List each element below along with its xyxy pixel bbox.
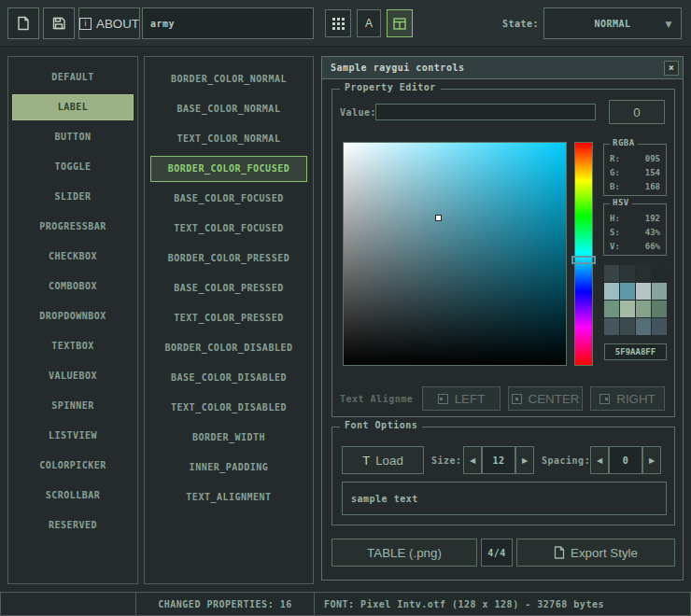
align-left-button[interactable]: LEFT	[422, 386, 501, 411]
close-button[interactable]: ×	[664, 61, 679, 76]
save-style-button[interactable]	[43, 7, 75, 39]
color-picker-marker[interactable]	[435, 215, 442, 221]
palette-swatch[interactable]	[620, 318, 635, 335]
rgba-group-label: RGBA	[610, 138, 638, 147]
property-item[interactable]: TEXT_COLOR_PRESSED	[150, 305, 307, 331]
hue-bar[interactable]	[574, 142, 593, 366]
new-style-button[interactable]	[7, 7, 39, 39]
export-table-button[interactable]: TABLE (.png)	[331, 539, 477, 567]
about-button[interactable]: i ABOUT	[78, 7, 140, 39]
property-item-selected[interactable]: BORDER_COLOR_FOCUSED	[150, 156, 307, 182]
status-changed-properties: CHANGED PROPERTIES: 16	[135, 592, 315, 616]
palette-swatch[interactable]	[652, 283, 667, 300]
palette-swatch[interactable]	[636, 301, 651, 317]
palette-swatch[interactable]	[620, 265, 635, 282]
file-icon	[16, 16, 31, 31]
font-size-decrease-button[interactable]: ◀	[463, 446, 482, 474]
palette-swatch[interactable]	[636, 318, 651, 335]
style-name-input[interactable]: army	[142, 7, 314, 39]
font-a-icon: A	[365, 17, 373, 30]
control-item-spinner[interactable]: SPINNER	[12, 393, 134, 419]
g-value: 154	[645, 166, 660, 180]
property-item[interactable]: BASE_COLOR_PRESSED	[150, 275, 307, 301]
property-item[interactable]: TEXT_COLOR_NORMAL	[150, 126, 307, 152]
close-icon: ×	[669, 63, 675, 73]
color-saturation-value-panel[interactable]	[343, 142, 567, 366]
export-pages-value[interactable]: 4/4	[481, 539, 513, 567]
property-item[interactable]: BASE_COLOR_FOCUSED	[150, 186, 307, 212]
hsv-group-label: HSV	[610, 198, 632, 207]
chevron-down-icon: ▼	[666, 20, 672, 29]
control-item-default[interactable]: DEFAULT	[12, 64, 134, 91]
font-spacing-value-text: 0	[623, 455, 629, 466]
control-item-scrollbar[interactable]: SCROLLBAR	[12, 483, 134, 509]
property-item[interactable]: INNER_PADDING	[150, 455, 307, 481]
arrow-left-icon: ◀	[597, 456, 602, 465]
align-right-button[interactable]: RIGHT	[590, 386, 665, 411]
export-style-button[interactable]: Export Style	[516, 539, 675, 567]
control-item-dropdownbox[interactable]: DROPDOWNBOX	[12, 303, 134, 329]
align-center-button[interactable]: CENTER	[508, 386, 583, 411]
control-item-reserved[interactable]: RESERVED	[12, 512, 134, 539]
palette-swatch[interactable]	[636, 265, 651, 282]
value-box-button[interactable]: 0	[609, 100, 665, 124]
grid-view-button[interactable]	[325, 9, 351, 37]
hex-color-input[interactable]: 5F9AA8FF	[604, 343, 667, 360]
control-item-button[interactable]: BUTTON	[12, 124, 134, 150]
changed-properties-text: CHANGED PROPERTIES: 16	[158, 599, 291, 609]
hue-cursor[interactable]	[571, 256, 596, 264]
font-spacing-decrease-button[interactable]: ◀	[590, 446, 609, 474]
property-item[interactable]: BASE_COLOR_DISABLED	[150, 365, 307, 391]
control-item-label[interactable]: LABEL	[12, 94, 134, 120]
sample-text-input[interactable]: sample text	[342, 482, 667, 515]
palette-swatch[interactable]	[620, 283, 635, 300]
property-item[interactable]: BORDER_WIDTH	[150, 425, 307, 451]
hex-color-value: 5F9AA8FF	[615, 347, 656, 357]
font-spacing-increase-button[interactable]: ▶	[642, 446, 661, 474]
align-center-label: CENTER	[529, 392, 580, 406]
value-input[interactable]	[375, 104, 596, 120]
style-table-view-button[interactable]	[387, 9, 413, 37]
property-item[interactable]: TEXT_COLOR_DISABLED	[150, 395, 307, 421]
control-item-toggle[interactable]: TOGGLE	[12, 154, 134, 180]
control-item-textbox[interactable]: TEXTBOX	[12, 333, 134, 359]
control-item-combobox[interactable]: COMBOBOX	[12, 273, 134, 300]
property-item[interactable]: TEXT_ALIGNMENT	[150, 484, 307, 511]
save-icon	[51, 16, 66, 31]
b-value: 168	[645, 180, 660, 194]
control-item-progressbar[interactable]: PROGRESSBAR	[12, 214, 134, 240]
palette-swatch[interactable]	[652, 265, 667, 282]
window-titlebar[interactable]: Sample raygui controls	[322, 57, 683, 79]
palette-swatch[interactable]	[604, 318, 619, 335]
property-item[interactable]: BORDER_COLOR_DISABLED	[150, 335, 307, 361]
font-size-increase-button[interactable]: ▶	[515, 446, 534, 474]
palette-swatch[interactable]	[620, 301, 635, 317]
property-item[interactable]: TEXT_COLOR_FOCUSED	[150, 216, 307, 242]
arrow-right-icon: ▶	[522, 456, 528, 465]
control-item-listview[interactable]: LISTVIEW	[12, 423, 134, 449]
palette-swatch[interactable]	[604, 265, 619, 282]
status-empty-box	[0, 592, 136, 616]
palette-swatch[interactable]	[652, 301, 667, 317]
property-item[interactable]: BORDER_COLOR_NORMAL	[150, 66, 307, 92]
align-left-label: LEFT	[455, 392, 486, 406]
controls-list-panel: DEFAULT LABEL BUTTON TOGGLE SLIDER PROGR…	[7, 56, 138, 584]
palette-swatch[interactable]	[652, 318, 667, 335]
arrow-left-icon: ◀	[470, 456, 475, 465]
property-item[interactable]: BASE_COLOR_NORMAL	[150, 96, 307, 122]
font-spacing-value[interactable]: 0	[609, 446, 642, 474]
control-item-checkbox[interactable]: CHECKBOX	[12, 244, 134, 270]
palette-swatch[interactable]	[604, 301, 619, 317]
state-dropdown[interactable]: NORMAL ▼	[543, 7, 682, 39]
font-info-text: FONT: Pixel Intv.otf (128 x 128) - 32768…	[324, 599, 604, 609]
load-font-button[interactable]: T Load	[342, 446, 424, 474]
palette-swatch[interactable]	[604, 283, 619, 300]
palette-swatch[interactable]	[636, 283, 651, 300]
control-item-valuebox[interactable]: VALUEBOX	[12, 363, 134, 389]
load-font-label: Load	[375, 454, 403, 468]
font-view-button[interactable]: A	[357, 9, 381, 37]
font-size-value[interactable]: 12	[482, 446, 515, 474]
property-item[interactable]: BORDER_COLOR_PRESSED	[150, 245, 307, 272]
control-item-colorpicker[interactable]: COLORPICKER	[12, 453, 134, 479]
control-item-slider[interactable]: SLIDER	[12, 184, 134, 210]
